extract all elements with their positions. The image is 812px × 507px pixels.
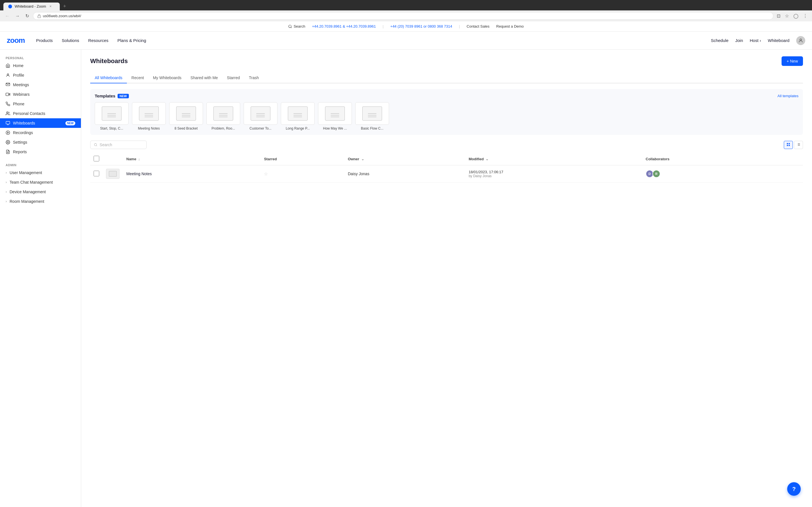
- sidebar-item-user-management[interactable]: › User Management: [0, 168, 81, 177]
- tab-close-button[interactable]: ✕: [48, 4, 53, 9]
- modified-date: 18/01/2023, 17:06:17: [469, 170, 639, 174]
- zoom-logo[interactable]: zoom: [7, 36, 25, 45]
- row-name[interactable]: Meeting Notes: [126, 172, 152, 176]
- template-card-8[interactable]: Basic Flow C...: [355, 102, 389, 130]
- tab-title: Whiteboard - Zoom: [15, 4, 46, 8]
- template-card-6[interactable]: Long Range P...: [281, 102, 315, 130]
- sidebar-item-contacts[interactable]: Personal Contacts: [0, 109, 81, 118]
- app-layout: PERSONAL Home Profile Meetings Webinars …: [0, 50, 812, 507]
- sidebar-item-reports[interactable]: Reports: [0, 147, 81, 157]
- template-card-3[interactable]: 8 Seed Bracket: [169, 102, 203, 130]
- sidebar-item-recordings[interactable]: Recordings: [0, 128, 81, 137]
- search-input[interactable]: [100, 143, 143, 147]
- grid-view-button[interactable]: [784, 141, 793, 149]
- sidebar-item-settings[interactable]: Settings: [0, 137, 81, 147]
- nav-products[interactable]: Products: [36, 38, 53, 43]
- sidebar-label-phone: Phone: [13, 102, 75, 106]
- sidebar-item-meetings[interactable]: Meetings: [0, 80, 81, 90]
- col-collaborators: Collaborators: [642, 153, 803, 165]
- nav-join[interactable]: Join: [735, 38, 743, 43]
- back-button[interactable]: ←: [3, 12, 11, 20]
- sidebar-item-team-chat[interactable]: › Team Chat Management: [0, 177, 81, 187]
- help-button[interactable]: ?: [787, 482, 801, 496]
- new-tab-button[interactable]: +: [61, 2, 68, 10]
- personal-section-title: PERSONAL: [0, 54, 81, 61]
- sidebar-item-webinars[interactable]: Webinars: [0, 90, 81, 99]
- col-owner[interactable]: Owner ⌄: [345, 153, 465, 165]
- banner-search-label: Search: [294, 24, 305, 29]
- svg-point-8: [6, 112, 8, 113]
- menu-icon[interactable]: ⋮: [802, 12, 809, 20]
- list-view-button[interactable]: [794, 141, 803, 149]
- tab-my-whiteboards[interactable]: My Whiteboards: [148, 73, 186, 83]
- sidebar-label-contacts: Personal Contacts: [13, 111, 75, 116]
- tab-starred[interactable]: Starred: [222, 73, 245, 83]
- nav-resources[interactable]: Resources: [88, 38, 109, 43]
- select-all-checkbox[interactable]: [94, 156, 99, 161]
- chevron-right-icon-3: ›: [6, 190, 7, 194]
- collab-avatar-2: R: [652, 170, 660, 178]
- tab-all-whiteboards[interactable]: All Whiteboards: [90, 73, 127, 83]
- nav-pricing[interactable]: Plans & Pricing: [117, 38, 146, 43]
- sidebar-label-whiteboards: Whiteboards: [13, 121, 63, 125]
- banner-search-link[interactable]: Search: [288, 24, 305, 29]
- top-banner: Search +44.20.7039.8961 & +44.20.7039.89…: [0, 21, 812, 32]
- row-actions-cell: D R ···: [646, 170, 800, 178]
- tab-shared-with-me[interactable]: Shared with Me: [186, 73, 222, 83]
- sidebar-label-reports: Reports: [13, 150, 75, 154]
- star-button[interactable]: ☆: [264, 172, 268, 176]
- template-thumb-4: [206, 102, 240, 125]
- template-card-2[interactable]: Meeting Notes: [132, 102, 166, 130]
- nav-host[interactable]: Host ›: [750, 38, 761, 43]
- sidebar-item-room-management[interactable]: › Room Management: [0, 196, 81, 206]
- extensions-icon[interactable]: ⊡: [776, 12, 781, 20]
- template-card-7[interactable]: How May We ...: [318, 102, 352, 130]
- all-templates-link[interactable]: All templates: [777, 94, 799, 98]
- address-bar[interactable]: us06web.zoom.us/wb#/: [33, 12, 773, 20]
- tab-trash[interactable]: Trash: [245, 73, 263, 83]
- table-body: Meeting Notes ☆ Daisy Jonas 18/01/2023, …: [90, 165, 803, 182]
- nav-schedule[interactable]: Schedule: [711, 38, 728, 43]
- sidebar-item-profile[interactable]: Profile: [0, 70, 81, 80]
- nav-solutions[interactable]: Solutions: [62, 38, 79, 43]
- share-button[interactable]: [663, 170, 669, 177]
- user-avatar[interactable]: [796, 36, 805, 45]
- nav-right: Schedule Join Host › Whiteboard: [711, 36, 805, 45]
- contact-sales-link[interactable]: Contact Sales: [467, 24, 490, 29]
- svg-rect-7: [6, 93, 9, 96]
- svg-rect-21: [789, 145, 790, 146]
- forward-button[interactable]: →: [13, 12, 21, 20]
- row-checkbox[interactable]: [94, 171, 99, 176]
- sidebar-item-whiteboards[interactable]: Whiteboards NEW: [0, 118, 81, 128]
- url-text: us06web.zoom.us/wb#/: [43, 14, 81, 18]
- tab-bar: All Whiteboards Recent My Whiteboards Sh…: [90, 73, 803, 83]
- view-toggle: [784, 141, 803, 149]
- row-name-cell: Meeting Notes: [126, 172, 257, 176]
- meetings-icon: [6, 82, 10, 87]
- col-name[interactable]: Name ↓: [123, 153, 260, 165]
- tab-recent[interactable]: Recent: [127, 73, 148, 83]
- search-box[interactable]: [90, 140, 147, 149]
- sidebar-item-home[interactable]: Home: [0, 61, 81, 70]
- new-whiteboard-button[interactable]: + New: [781, 56, 803, 66]
- reload-button[interactable]: ↻: [24, 12, 31, 20]
- template-card-4[interactable]: Problem, Roo...: [206, 102, 240, 130]
- row-thumbnail: [106, 169, 119, 179]
- tab-bar: Whiteboard - Zoom ✕ +: [0, 0, 812, 10]
- bookmark-icon[interactable]: ☆: [784, 12, 790, 20]
- template-name-4: Problem, Roo...: [206, 126, 240, 130]
- request-demo-link[interactable]: Request a Demo: [496, 24, 524, 29]
- nav-whiteboard[interactable]: Whiteboard: [768, 38, 790, 43]
- more-options-button[interactable]: ···: [671, 170, 676, 177]
- owner-sort-icon: ⌄: [361, 157, 364, 161]
- profile-icon[interactable]: ◯: [792, 12, 800, 20]
- search-icon: [94, 143, 97, 147]
- col-modified[interactable]: Modified ⌄: [465, 153, 642, 165]
- main-nav: zoom Products Solutions Resources Plans …: [0, 32, 812, 50]
- sidebar-item-phone[interactable]: Phone: [0, 99, 81, 109]
- sidebar-item-device-management[interactable]: › Device Management: [0, 187, 81, 196]
- template-thumb-7: [318, 102, 352, 125]
- template-card-1[interactable]: Start, Stop, C...: [95, 102, 129, 130]
- active-tab[interactable]: Whiteboard - Zoom ✕: [3, 3, 60, 10]
- template-card-5[interactable]: Customer To...: [244, 102, 277, 130]
